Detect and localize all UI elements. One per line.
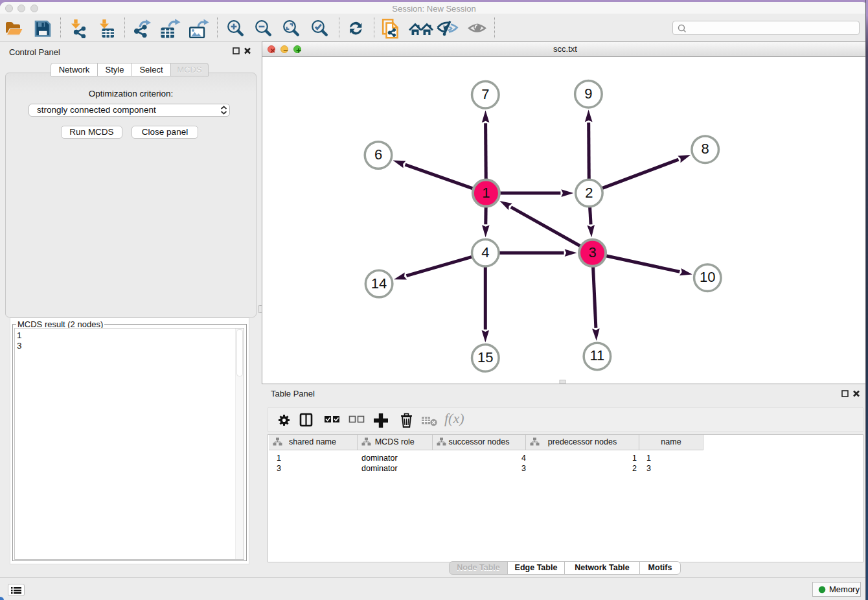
svg-text:10: 10 [700, 269, 715, 285]
svg-text:8: 8 [702, 141, 709, 157]
svg-text:7: 7 [481, 86, 489, 102]
svg-text:4: 4 [481, 244, 489, 260]
svg-text:3: 3 [588, 244, 596, 260]
svg-text:6: 6 [374, 146, 382, 163]
svg-text:2: 2 [585, 185, 593, 201]
svg-text:1: 1 [482, 185, 490, 201]
svg-text:9: 9 [584, 86, 592, 102]
svg-text:11: 11 [589, 347, 604, 363]
svg-text:15: 15 [477, 349, 493, 365]
svg-text:14: 14 [371, 275, 387, 292]
